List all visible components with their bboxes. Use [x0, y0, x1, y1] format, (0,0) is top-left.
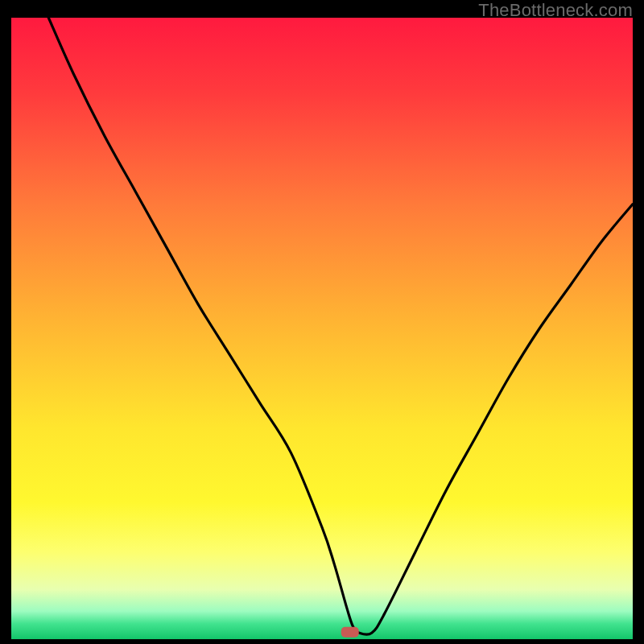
optimal-marker	[341, 627, 359, 638]
chart-frame	[11, 18, 633, 639]
chart-svg	[11, 18, 633, 639]
watermark-text: TheBottleneck.com	[478, 0, 633, 21]
